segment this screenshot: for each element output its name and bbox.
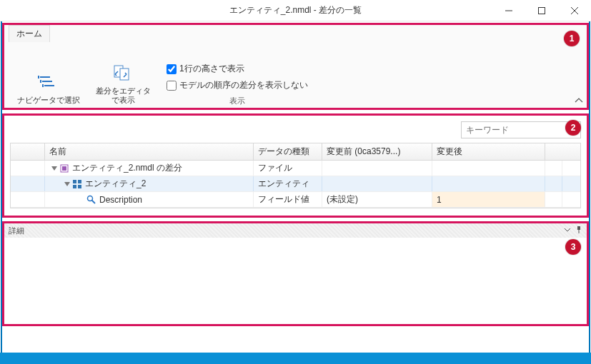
ribbon-group-view-title: 表示 [229, 96, 245, 106]
annotation-badge-3: 3 [565, 239, 581, 255]
row-name: Description [99, 195, 142, 205]
ribbon-collapse-button[interactable] [575, 96, 582, 106]
detail-panel-title: 詳細 [9, 226, 24, 236]
svg-rect-9 [42, 84, 44, 87]
table-row[interactable]: エンティティ_2.nmdl の差分 ファイル [11, 161, 580, 176]
row-before: (未設定) [322, 192, 432, 207]
chevron-down-icon[interactable] [64, 182, 70, 186]
navigator-icon [37, 71, 60, 94]
entity-icon [72, 179, 82, 189]
detail-panel: 詳細 3 [2, 221, 589, 326]
diff-list-panel: 2 名前 データの種類 変更前 (0ca3579...) 変更後 エンティティ_… [2, 113, 589, 218]
annotation-badge-2: 2 [565, 120, 581, 136]
row-after [432, 161, 545, 176]
row-name: エンティティ_2.nmdl の差分 [72, 162, 182, 174]
status-bar [0, 353, 591, 364]
svg-rect-13 [62, 166, 66, 171]
svg-rect-5 [42, 81, 52, 82]
ribbon-tabstrip: ホーム [4, 25, 587, 42]
svg-rect-4 [40, 76, 50, 78]
minimize-button[interactable] [492, 0, 525, 21]
grid-header-type[interactable]: データの種類 [254, 143, 322, 160]
grid-header: 名前 データの種類 変更前 (0ca3579...) 変更後 [11, 143, 580, 161]
single-line-height-input[interactable] [167, 64, 177, 74]
annotation-badge-1: 1 [564, 31, 580, 46]
svg-rect-7 [38, 76, 39, 79]
show-diff-editor-button[interactable]: 差分をエディタ で表示 [93, 61, 154, 106]
titlebar: エンティティ_2.nmdl - 差分の一覧 [0, 0, 591, 21]
row-after: 1 [432, 192, 545, 207]
row-name: エンティティ_2 [85, 178, 146, 190]
svg-rect-20 [577, 226, 580, 230]
svg-point-18 [88, 196, 93, 201]
grid-header-end [545, 143, 562, 160]
svg-rect-6 [44, 85, 54, 86]
row-type: フィールド値 [254, 192, 322, 207]
svg-line-19 [92, 200, 96, 203]
grid-header-after[interactable]: 変更後 [432, 143, 545, 160]
window-controls [492, 0, 591, 21]
pin-icon[interactable] [574, 225, 584, 235]
row-before [322, 161, 432, 176]
svg-rect-17 [78, 185, 81, 188]
row-after [432, 176, 545, 191]
svg-rect-8 [40, 80, 41, 83]
table-row[interactable]: Description フィールド値 (未設定) 1 [11, 192, 580, 208]
diff-editor-icon [112, 62, 135, 85]
field-icon [86, 195, 96, 205]
row-type: エンティティ [254, 176, 322, 191]
search-input[interactable] [461, 121, 581, 138]
hide-order-diff-input[interactable] [167, 81, 177, 91]
single-line-height-label: 1行の高さで表示 [179, 63, 244, 75]
navigator-select-label: ナビゲータで選択 [17, 96, 80, 105]
close-button[interactable] [558, 0, 591, 21]
detail-panel-header[interactable]: 詳細 [4, 223, 587, 238]
file-diff-icon [59, 163, 69, 173]
chevron-down-icon[interactable] [51, 166, 57, 171]
svg-rect-1 [539, 8, 545, 14]
svg-rect-11 [120, 69, 129, 80]
grid-header-handle [11, 143, 45, 160]
hide-order-diff-checkbox[interactable]: モデルの順序の差分を表示しない [167, 79, 308, 91]
grid-header-before[interactable]: 変更前 (0ca3579...) [322, 143, 432, 160]
window-title: エンティティ_2.nmdl - 差分の一覧 [229, 4, 362, 16]
hide-order-diff-label: モデルの順序の差分を表示しない [179, 79, 308, 91]
diff-grid: 名前 データの種類 変更前 (0ca3579...) 変更後 エンティティ_2.… [10, 143, 581, 208]
navigator-select-button[interactable]: ナビゲータで選択 [14, 70, 83, 106]
svg-rect-14 [73, 180, 76, 183]
single-line-height-checkbox[interactable]: 1行の高さで表示 [167, 63, 308, 75]
row-before [322, 176, 432, 191]
ribbon-area: 1 ホーム ナビゲータで選択 差分をエディタ で表示 [2, 23, 589, 110]
grid-header-name[interactable]: 名前 [45, 143, 254, 160]
table-row[interactable]: エンティティ_2 エンティティ [11, 176, 580, 192]
show-diff-editor-label: 差分をエディタ で表示 [96, 86, 151, 105]
svg-rect-15 [78, 180, 81, 183]
svg-rect-16 [73, 185, 76, 188]
ribbon-tab-home[interactable]: ホーム [9, 25, 50, 42]
maximize-button[interactable] [525, 0, 558, 21]
row-type: ファイル [254, 161, 322, 176]
panel-dropdown-icon[interactable] [562, 225, 572, 235]
